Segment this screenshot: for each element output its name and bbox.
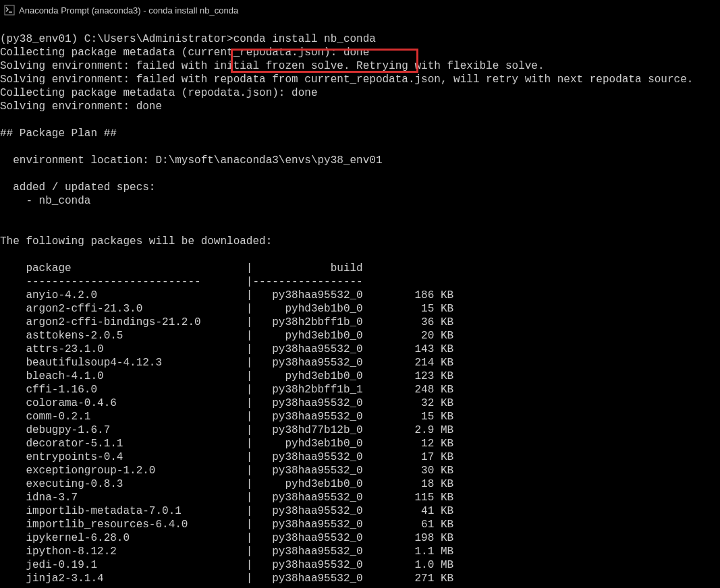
- app-icon: [4, 5, 15, 16]
- window-title: Anaconda Prompt (anaconda3) - conda inst…: [19, 5, 238, 16]
- svg-rect-1: [5, 5, 14, 15]
- window-titlebar: Anaconda Prompt (anaconda3) - conda inst…: [0, 0, 720, 20]
- terminal-area[interactable]: (py38_env01) C:\Users\Administrator>cond…: [0, 20, 720, 585]
- terminal-output: (py38_env01) C:\Users\Administrator>cond…: [0, 32, 720, 585]
